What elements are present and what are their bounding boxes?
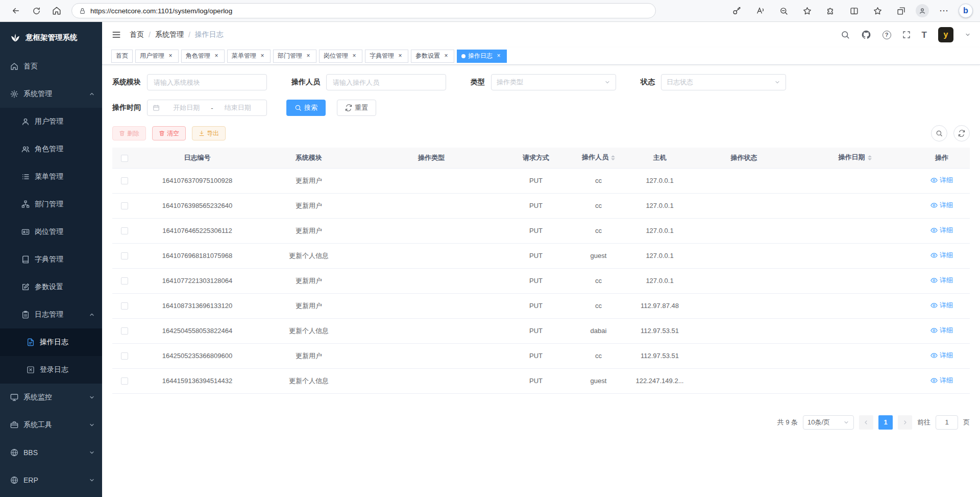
collections-button[interactable] bbox=[892, 3, 910, 19]
close-icon[interactable]: × bbox=[397, 53, 404, 60]
browser-profile-button[interactable] bbox=[916, 4, 929, 17]
tab-dict-management[interactable]: 字典管理× bbox=[365, 50, 408, 63]
operator-input[interactable] bbox=[326, 74, 446, 90]
detail-link[interactable]: 详细 bbox=[930, 201, 953, 210]
sidebar-item-yi-framework[interactable]: Yi框架 bbox=[0, 494, 102, 497]
type-select[interactable]: 操作类型 bbox=[491, 74, 616, 90]
row-checkbox[interactable] bbox=[121, 377, 128, 385]
sidebar-item-bbs[interactable]: BBS bbox=[0, 439, 102, 466]
search-button[interactable]: 搜索 bbox=[286, 100, 326, 116]
export-button[interactable]: 导出 bbox=[192, 126, 226, 140]
sidebar-item-role-management[interactable]: 角色管理 bbox=[0, 135, 102, 163]
sidebar-item-system-management[interactable]: 系统管理 bbox=[0, 80, 102, 108]
close-icon[interactable]: × bbox=[259, 53, 266, 60]
close-icon[interactable]: × bbox=[351, 53, 358, 60]
tab-param-settings[interactable]: 参数设置× bbox=[411, 50, 454, 63]
fullscreen-icon[interactable] bbox=[902, 31, 911, 39]
close-icon[interactable]: × bbox=[443, 53, 450, 60]
module-input[interactable] bbox=[147, 74, 267, 90]
lock-icon[interactable] bbox=[79, 8, 86, 14]
close-icon[interactable]: × bbox=[213, 53, 220, 60]
sidebar-item-operation-log[interactable]: 操作日志 bbox=[0, 328, 102, 356]
help-icon[interactable] bbox=[883, 31, 891, 39]
detail-link[interactable]: 详细 bbox=[930, 326, 953, 335]
sidebar-item-log-management[interactable]: 日志管理 bbox=[0, 301, 102, 328]
browser-refresh-button[interactable] bbox=[28, 3, 45, 19]
tab-dept-management[interactable]: 部门管理× bbox=[273, 50, 316, 63]
column-operator[interactable]: 操作人员 bbox=[569, 148, 628, 168]
refresh-table-button[interactable] bbox=[953, 125, 970, 141]
address-bar[interactable]: https://ccnetcore.com:1101/system/log/op… bbox=[71, 3, 656, 18]
more-options-button[interactable] bbox=[935, 3, 952, 19]
row-checkbox[interactable] bbox=[121, 302, 128, 310]
row-checkbox[interactable] bbox=[121, 352, 128, 360]
sidebar-toggle-button[interactable] bbox=[111, 30, 121, 40]
split-screen-button[interactable] bbox=[845, 3, 863, 19]
select-all-checkbox[interactable] bbox=[121, 155, 128, 162]
bing-chat-button[interactable] bbox=[959, 4, 973, 18]
github-icon[interactable] bbox=[861, 30, 871, 40]
sidebar-item-home[interactable]: 首页 bbox=[0, 53, 102, 80]
sidebar-item-erp[interactable]: ERP bbox=[0, 466, 102, 494]
clear-button[interactable]: 清空 bbox=[152, 126, 186, 140]
sidebar-item-post-management[interactable]: 岗位管理 bbox=[0, 218, 102, 246]
search-icon[interactable] bbox=[841, 30, 850, 39]
sidebar-item-menu-management[interactable]: 菜单管理 bbox=[0, 163, 102, 191]
detail-link[interactable]: 详细 bbox=[930, 251, 953, 260]
close-icon[interactable]: × bbox=[495, 53, 502, 60]
sidebar-item-param-settings[interactable]: 参数设置 bbox=[0, 273, 102, 301]
browser-back-button[interactable] bbox=[7, 3, 24, 19]
page-size-select[interactable]: 10条/页 bbox=[803, 415, 854, 430]
tab-menu-management[interactable]: 菜单管理× bbox=[227, 50, 271, 63]
row-checkbox[interactable] bbox=[121, 277, 128, 285]
goto-page-input[interactable] bbox=[936, 415, 958, 430]
user-avatar[interactable] bbox=[938, 27, 953, 42]
password-key-button[interactable] bbox=[728, 3, 745, 19]
tab-role-management[interactable]: 角色管理× bbox=[181, 50, 225, 63]
tab-user-management[interactable]: 用户管理× bbox=[135, 50, 179, 63]
detail-link[interactable]: 详细 bbox=[930, 276, 953, 285]
sidebar-item-user-management[interactable]: 用户管理 bbox=[0, 108, 102, 135]
row-checkbox[interactable] bbox=[121, 327, 128, 335]
close-icon[interactable]: × bbox=[167, 53, 174, 60]
detail-link[interactable]: 详细 bbox=[930, 301, 953, 310]
sidebar-item-dept-management[interactable]: 部门管理 bbox=[0, 191, 102, 218]
chevron-down-icon[interactable] bbox=[965, 32, 971, 38]
next-page-button[interactable] bbox=[898, 415, 912, 430]
tab-post-management[interactable]: 岗位管理× bbox=[319, 50, 362, 63]
prev-page-button[interactable] bbox=[859, 415, 873, 430]
detail-link[interactable]: 详细 bbox=[930, 376, 953, 385]
column-date[interactable]: 操作日期 bbox=[796, 148, 914, 168]
date-range-picker[interactable]: 开始日期 - 结束日期 bbox=[147, 100, 267, 116]
detail-label: 详细 bbox=[940, 176, 953, 185]
row-checkbox[interactable] bbox=[121, 202, 128, 209]
status-select[interactable]: 日志状态 bbox=[661, 74, 786, 90]
detail-link[interactable]: 详细 bbox=[930, 226, 953, 235]
reset-button[interactable]: 重置 bbox=[337, 100, 376, 116]
favorites-button[interactable] bbox=[869, 3, 886, 19]
font-size-icon[interactable] bbox=[922, 31, 927, 39]
breadcrumb-item-home[interactable]: 首页 bbox=[130, 30, 144, 39]
toggle-search-button[interactable] bbox=[931, 125, 947, 141]
sidebar-item-system-tools[interactable]: 系统工具 bbox=[0, 411, 102, 439]
extensions-button[interactable] bbox=[822, 3, 839, 19]
detail-link[interactable]: 详细 bbox=[930, 351, 953, 360]
row-checkbox[interactable] bbox=[121, 252, 128, 259]
zoom-out-button[interactable] bbox=[775, 3, 792, 19]
read-aloud-button[interactable] bbox=[751, 3, 769, 19]
current-page[interactable]: 1 bbox=[878, 415, 893, 430]
close-icon[interactable]: × bbox=[305, 53, 312, 60]
row-checkbox[interactable] bbox=[121, 227, 128, 234]
sidebar-item-login-log[interactable]: 登录日志 bbox=[0, 356, 102, 384]
sidebar-item-system-monitor[interactable]: 系统监控 bbox=[0, 384, 102, 411]
row-checkbox[interactable] bbox=[121, 177, 128, 184]
detail-link[interactable]: 详细 bbox=[930, 176, 953, 185]
tab-operation-log[interactable]: 操作日志× bbox=[457, 50, 507, 63]
add-favorite-button[interactable] bbox=[798, 3, 816, 19]
tab-home[interactable]: 首页 bbox=[111, 50, 133, 63]
org-tree-icon bbox=[21, 200, 30, 208]
breadcrumb-item-system[interactable]: 系统管理 bbox=[155, 30, 184, 39]
delete-button[interactable]: 删除 bbox=[112, 126, 146, 140]
browser-home-button[interactable] bbox=[48, 3, 65, 19]
sidebar-item-dict-management[interactable]: 字典管理 bbox=[0, 246, 102, 273]
